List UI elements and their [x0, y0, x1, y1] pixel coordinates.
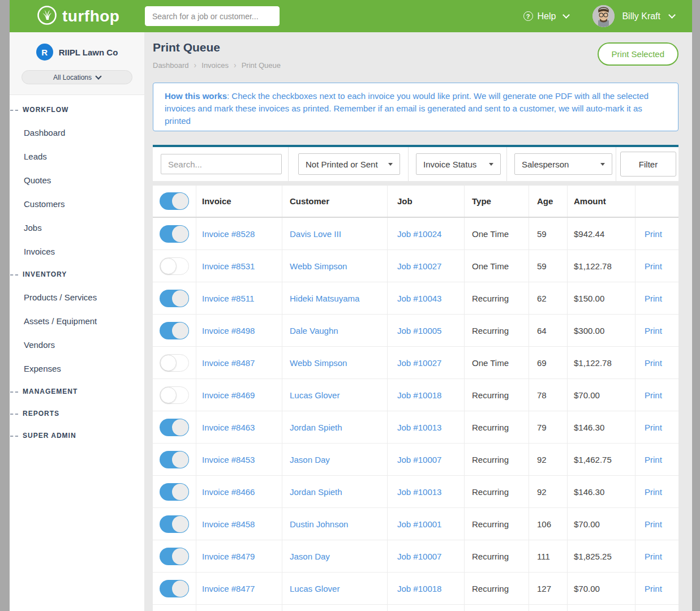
customer-link[interactable]: Dale Vaughn [290, 326, 338, 335]
sidebar-section-inventory[interactable]: INVENTORY [10, 263, 144, 285]
invoice-link[interactable]: Invoice #8477 [202, 584, 255, 593]
invoice-link[interactable]: Invoice #8528 [202, 229, 255, 239]
row-select-toggle[interactable] [160, 451, 189, 468]
sidebar-item-expenses[interactable]: Expenses [10, 356, 144, 380]
table-row: Invoice #8458 Dustin Johnson Job #10001 … [153, 508, 678, 540]
invoice-link[interactable]: Invoice #8463 [202, 423, 255, 432]
row-select-toggle[interactable] [160, 419, 189, 436]
print-link[interactable]: Print [645, 390, 662, 400]
job-link[interactable]: Job #10007 [397, 552, 441, 561]
print-link[interactable]: Print [645, 487, 662, 497]
job-link[interactable]: Job #10005 [397, 326, 441, 335]
row-select-toggle[interactable] [160, 354, 189, 372]
customer-link[interactable]: Hideki Matsuyama [290, 294, 359, 303]
chevron-down-icon[interactable] [668, 11, 676, 19]
sidebar-item-assets-equipment[interactable]: Assets / Equipment [10, 309, 144, 333]
breadcrumb-invoices[interactable]: Invoices [201, 61, 229, 70]
job-link[interactable]: Job #10007 [397, 455, 441, 464]
customer-link[interactable]: Lucas Glover [290, 584, 340, 593]
customer-link[interactable]: Davis Love III [290, 229, 341, 239]
location-selector[interactable]: All Locations [22, 70, 132, 84]
customer-link[interactable]: Webb Simpson [290, 358, 347, 368]
invoice-link[interactable]: Invoice #8458 [202, 519, 255, 529]
print-link[interactable]: Print [645, 584, 662, 593]
invoice-link[interactable]: Invoice #8531 [202, 261, 255, 271]
print-link[interactable]: Print [645, 519, 662, 529]
sidebar-item-quotes[interactable]: Quotes [10, 168, 144, 192]
customer-link[interactable]: Jason Day [290, 455, 330, 464]
user-name[interactable]: Billy Kraft [622, 11, 660, 21]
sidebar-item-jobs[interactable]: Jobs [10, 216, 144, 239]
sidebar-item-customers[interactable]: Customers [10, 192, 144, 216]
sidebar-section-workflow[interactable]: WORKFLOW [10, 98, 144, 121]
table-search-input[interactable] [161, 154, 282, 174]
turfhop-logo[interactable]: turfhop [37, 0, 119, 32]
right-scrollbar[interactable] [692, 0, 700, 611]
invoice-link[interactable]: Invoice #8469 [202, 390, 255, 400]
invoice-link[interactable]: Invoice #8487 [202, 358, 255, 368]
invoice-link[interactable]: Invoice #8466 [202, 487, 255, 497]
print-link[interactable]: Print [645, 229, 662, 239]
sidebar-item-invoices[interactable]: Invoices [10, 239, 144, 263]
job-link[interactable]: Job #10001 [397, 519, 441, 529]
invoice-link[interactable]: Invoice #8453 [202, 455, 255, 464]
customer-link[interactable]: Lucas Glover [290, 390, 340, 400]
print-link[interactable]: Print [645, 423, 662, 432]
job-link[interactable]: Job #10043 [397, 294, 441, 303]
sidebar-section-super-admin[interactable]: SUPER ADMIN [10, 424, 144, 446]
customer-link[interactable]: Dustin Johnson [290, 519, 348, 529]
job-link[interactable]: Job #10027 [397, 358, 441, 368]
breadcrumb-separator [194, 61, 197, 70]
sidebar-section-reports[interactable]: REPORTS [10, 402, 144, 424]
left-scrollbar[interactable] [0, 0, 10, 611]
invoice-link[interactable]: Invoice #8498 [202, 326, 255, 335]
customer-link[interactable]: Jordan Spieth [290, 487, 342, 497]
print-link[interactable]: Print [645, 552, 662, 561]
row-select-toggle[interactable] [160, 322, 189, 339]
row-select-toggle[interactable] [160, 290, 189, 307]
row-select-toggle[interactable] [160, 386, 189, 404]
job-link[interactable]: Job #10018 [397, 390, 441, 400]
invoice-link[interactable]: Invoice #8479 [202, 552, 255, 561]
section-dash-icon [10, 110, 18, 111]
customer-link[interactable]: Webb Simpson [290, 261, 347, 271]
help-menu[interactable]: ? Help [523, 11, 569, 21]
breadcrumb-dashboard[interactable]: Dashboard [153, 61, 189, 70]
job-link[interactable]: Job #10013 [397, 423, 441, 432]
sidebar-item-vendors[interactable]: Vendors [10, 333, 144, 356]
customer-link[interactable]: Jordan Spieth [290, 423, 342, 432]
job-link[interactable]: Job #10027 [397, 261, 441, 271]
row-select-toggle[interactable] [160, 548, 189, 565]
row-select-toggle[interactable] [160, 515, 189, 533]
invoice-amount: $300.00 [574, 326, 604, 335]
sidebar-item-dashboard[interactable]: Dashboard [10, 121, 144, 144]
user-avatar[interactable] [592, 5, 615, 27]
print-link[interactable]: Print [645, 455, 662, 464]
invoice-link[interactable]: Invoice #8511 [202, 294, 254, 303]
table-row: Invoice #8498 Dale Vaughn Job #10005 Rec… [153, 315, 678, 347]
sidebar-item-label: Jobs [24, 223, 42, 233]
job-link[interactable]: Job #10024 [397, 229, 441, 239]
salesperson-select[interactable]: Salesperson [514, 153, 612, 175]
print-link[interactable]: Print [645, 326, 662, 335]
row-select-toggle[interactable] [160, 225, 189, 243]
print-selected-button[interactable]: Print Selected [598, 42, 678, 66]
sidebar-section-management[interactable]: MANAGEMENT [10, 380, 144, 402]
row-select-toggle[interactable] [160, 483, 189, 501]
global-search-input[interactable] [145, 6, 280, 26]
printed-status-select[interactable]: Not Printed or Sent [298, 153, 400, 175]
print-link[interactable]: Print [645, 358, 662, 368]
sidebar-item-products-services[interactable]: Products / Services [10, 285, 144, 309]
row-select-toggle[interactable] [160, 257, 189, 275]
customer-link[interactable]: Jason Day [290, 552, 330, 561]
filter-button[interactable]: Filter [620, 152, 676, 177]
invoice-type: Recurring [472, 390, 509, 400]
print-link[interactable]: Print [645, 294, 662, 303]
row-select-toggle[interactable] [160, 580, 189, 597]
select-all-toggle[interactable] [160, 192, 189, 210]
print-link[interactable]: Print [645, 261, 662, 271]
job-link[interactable]: Job #10013 [397, 487, 441, 497]
job-link[interactable]: Job #10018 [397, 584, 441, 593]
invoice-status-select[interactable]: Invoice Status [416, 153, 501, 175]
sidebar-item-leads[interactable]: Leads [10, 144, 144, 168]
